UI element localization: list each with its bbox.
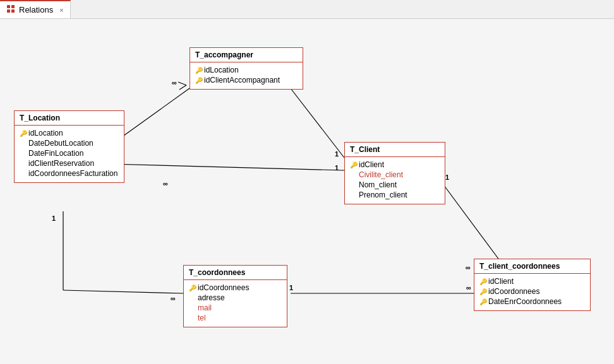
- entity-header-t-client: T_Client: [345, 143, 445, 157]
- cardinality-loc-cli-inf: ∞: [163, 180, 168, 187]
- field-tel: tel: [189, 313, 282, 323]
- cardinality-cli-cc-inf: ∞: [466, 264, 471, 271]
- svg-rect-2: [7, 9, 10, 13]
- svg-rect-1: [11, 5, 15, 8]
- entity-header-t-location: T_Location: [15, 111, 124, 126]
- entity-body-t-coordonnees: 🔑 idCoordonnees adresse mail tel: [184, 280, 287, 327]
- entity-body-t-location: 🔑 idLocation DateDebutLocation DateFinLo…: [15, 126, 124, 182]
- entity-t-client-coordonnees: T_client_coordonnees 🔑 idClient 🔑 idCoor…: [474, 259, 591, 311]
- entity-header-t-accompagner: T_accompagner: [190, 48, 303, 62]
- tab-bar: Relations ×: [0, 0, 614, 19]
- pk-icon-idclient-client: 🔑: [350, 161, 356, 168]
- cardinality-loc-coord-inf: ∞: [171, 295, 176, 302]
- field-adresse: adresse: [189, 293, 282, 303]
- entity-body-t-accompagner: 🔑 idLocation 🔑 idClientAccompagnant: [190, 62, 303, 89]
- field-idclientaccompagnant: 🔑 idClientAccompagnant: [195, 75, 298, 85]
- entity-body-t-client-coordonnees: 🔑 idClient 🔑 idCoordonnees 🔑 DateEnrCoor…: [474, 274, 590, 310]
- svg-line-5: [178, 82, 186, 85]
- entity-body-t-client: 🔑 idClient Civilite_client Nom_client Pr…: [345, 157, 445, 204]
- field-idclient-cc: 🔑 idClient: [479, 276, 585, 286]
- pk-icon-idlocation-accompagner: 🔑: [195, 67, 202, 74]
- field-idlocation-location: 🔑 idLocation: [20, 128, 119, 138]
- entity-t-client: T_Client 🔑 idClient Civilite_client Nom_…: [344, 142, 445, 204]
- field-idclient-client: 🔑 idClient: [350, 160, 440, 170]
- entity-t-location: T_Location 🔑 idLocation DateDebutLocatio…: [14, 110, 124, 183]
- pk-icon-idcoordonnees-cc: 🔑: [479, 288, 486, 295]
- field-datefinlocation: DateFinLocation: [20, 148, 119, 158]
- svg-line-10: [442, 183, 505, 268]
- field-prenom-client: Prenom_client: [350, 190, 440, 200]
- tab-label: Relations: [19, 5, 53, 15]
- cardinality-cli-cc-1: 1: [445, 173, 449, 181]
- cardinality-loc-cli-1: 1: [335, 164, 339, 172]
- cardinality-loc-coord-1: 1: [52, 214, 56, 222]
- pk-icon-dateenrcoordonnees-cc: 🔑: [479, 298, 486, 305]
- field-nom-client: Nom_client: [350, 180, 440, 190]
- tab-icon: [6, 4, 15, 15]
- pk-icon-idclient-cc: 🔑: [479, 278, 486, 285]
- field-dateenrcoordonnees-cc: 🔑 DateEnrCoordonnees: [479, 296, 585, 307]
- entity-t-coordonnees: T_coordonnees 🔑 idCoordonnees adresse ma…: [183, 265, 287, 327]
- relationship-lines: [0, 19, 614, 364]
- entity-header-t-coordonnees: T_coordonnees: [184, 266, 287, 280]
- pk-icon-idlocation: 🔑: [20, 130, 26, 137]
- pk-icon-idcoordonnees: 🔑: [189, 285, 195, 291]
- entity-t-accompagner: T_accompagner 🔑 idLocation 🔑 idClientAcc…: [190, 47, 303, 90]
- svg-line-9: [291, 88, 344, 158]
- svg-rect-0: [7, 5, 10, 8]
- field-idlocation-accompagner: 🔑 idLocation: [195, 65, 298, 75]
- cardinality-coord-cc-1: 1: [289, 284, 293, 291]
- svg-line-6: [179, 85, 186, 90]
- field-datedebutlocation: DateDebutLocation: [20, 138, 119, 148]
- svg-rect-3: [11, 9, 15, 13]
- cardinality-acc-cli-1: 1: [335, 150, 339, 158]
- tab-relations[interactable]: Relations ×: [0, 0, 71, 18]
- field-idcoordonnees-cc: 🔑 idCoordonnees: [479, 286, 585, 296]
- cardinality-loc-acc-inf: ∞: [172, 79, 177, 86]
- svg-line-8: [111, 164, 344, 170]
- cardinality-coord-cc-inf: ∞: [466, 284, 471, 291]
- diagram-area: 1 ∞ ∞ ∞ 1 ∞ 1 1 ∞ 1 ∞ 1 ∞ T_accompagner …: [0, 19, 614, 364]
- field-idcoordonnesfacturation: idCoordonneesFacturation: [20, 168, 119, 179]
- entity-header-t-client-coordonnees: T_client_coordonnees: [474, 259, 590, 274]
- field-mail: mail: [189, 303, 282, 313]
- tab-close-button[interactable]: ×: [59, 6, 63, 14]
- svg-line-13: [63, 290, 183, 293]
- field-idclientreservation: idClientReservation: [20, 158, 119, 168]
- field-civilite-client: Civilite_client: [350, 170, 440, 180]
- pk-icon-idclientaccompagnant: 🔑: [195, 77, 202, 84]
- field-idcoordonnees: 🔑 idCoordonnees: [189, 283, 282, 293]
